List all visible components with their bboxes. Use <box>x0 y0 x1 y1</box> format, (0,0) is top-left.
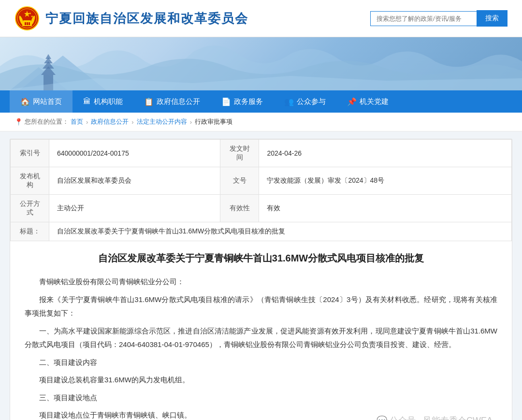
breadcrumb-home[interactable]: 首页 <box>71 117 83 126</box>
nav-party-building[interactable]: 📌 机关党建 <box>336 90 399 113</box>
article-content: 自治区发展改革委关于宁夏青铜峡牛首山31.6MW分散式风电项目核准的批复 青铜峡… <box>10 241 512 420</box>
document-info-table: 索引号 640000001/2024-00175 发文时间 2024-04-26… <box>10 139 512 241</box>
svg-rect-7 <box>25 22 26 25</box>
nav-home[interactable]: 🏠 网站首页 <box>10 90 72 113</box>
watermark: 💬 公众号 · 风能专委会CWEA <box>377 415 493 420</box>
svg-rect-8 <box>27 22 28 25</box>
main-content-card: 索引号 640000001/2024-00175 发文时间 2024-04-26… <box>10 139 512 420</box>
article-section-3: 三、项目建设地点 <box>25 391 497 405</box>
disclosure-value: 主动公开 <box>49 195 220 222</box>
publisher-value: 自治区发展和改革委员会 <box>49 167 220 195</box>
national-emblem <box>14 6 40 31</box>
doc-icon: 📄 <box>221 97 231 106</box>
breadcrumb-sep-1: › <box>86 118 88 126</box>
nav-gov-service[interactable]: 📄 政务服务 <box>211 90 274 113</box>
date-label: 发文时间 <box>220 140 259 167</box>
nav-info-disclosure[interactable]: 📋 政府信息公开 <box>133 90 211 113</box>
article-title: 自治区发展改革委关于宁夏青铜峡牛首山31.6MW分散式风电项目核准的批复 <box>25 251 497 265</box>
disclosure-label: 公开方式 <box>11 195 49 222</box>
nav-party-label: 机关党建 <box>360 97 389 106</box>
breadcrumb-legal[interactable]: 法定主动公开内容 <box>137 117 187 126</box>
svg-marker-16 <box>45 54 51 59</box>
validity-value: 有效 <box>259 195 512 222</box>
article-para-1: 报来《关于宁夏青铜峡牛首山31.6MW分散式风电项目核准的请示》（青铝青铜峡生技… <box>25 293 497 320</box>
article-para-2: 一、为高水平建设国家新能源综合示范区，推进自治区清洁能源产业发展，促进风能资源有… <box>25 324 497 352</box>
date-value: 2024-04-26 <box>259 140 512 167</box>
svg-rect-9 <box>29 22 30 25</box>
site-title: 宁夏回族自治区发展和改革委员会 <box>45 10 248 27</box>
breadcrumb: 📍 您所在的位置： 首页 › 政府信息公开 › 法定主动公开内容 › 行政审批事… <box>0 113 522 131</box>
watermark-icon: 💬 <box>377 416 387 420</box>
site-header: 宁夏回族自治区发展和改革委员会 搜索 <box>0 0 522 37</box>
search-button[interactable]: 搜索 <box>477 10 508 27</box>
breadcrumb-current: 行政审批事项 <box>195 117 232 126</box>
docnum-value: 宁发改能源（发展）审发〔2024〕48号 <box>259 167 512 195</box>
breadcrumb-sep-3: › <box>190 118 192 126</box>
search-input[interactable] <box>370 11 477 26</box>
svg-rect-6 <box>23 20 31 22</box>
index-value: 640000001/2024-00175 <box>49 140 220 167</box>
pin-icon: 📌 <box>347 97 357 106</box>
main-nav: 🏠 网站首页 🏛 机构职能 📋 政府信息公开 📄 政务服务 👥 公众参与 📌 机… <box>0 90 522 113</box>
article-para-3: 项目建设总装机容量31.6MW的风力发电机组。 <box>25 373 497 387</box>
article-wrapper: 自治区发展改革委关于宁夏青铜峡牛首山31.6MW分散式风电项目核准的批复 青铜峡… <box>10 241 512 420</box>
nav-functions-label: 机构职能 <box>94 97 123 106</box>
header-branding: 宁夏回族自治区发展和改革委员会 <box>14 6 248 31</box>
nav-public-participation[interactable]: 👥 公众参与 <box>274 90 336 113</box>
title-label: 标题： <box>11 222 49 241</box>
nav-info-label: 政府信息公开 <box>157 97 200 106</box>
publisher-label: 发布机构 <box>11 167 49 195</box>
article-section-2: 二、项目建设内容 <box>25 356 497 370</box>
breadcrumb-info[interactable]: 政府信息公开 <box>91 117 129 126</box>
table-row: 公开方式 主动公开 有效性 有效 <box>11 195 512 222</box>
table-row: 发布机构 自治区发展和改革委员会 文号 宁发改能源（发展）审发〔2024〕48号 <box>11 167 512 195</box>
nav-home-label: 网站首页 <box>33 97 62 106</box>
breadcrumb-prefix: 您所在的位置： <box>25 117 69 126</box>
banner-illustration <box>0 37 522 90</box>
table-row-title: 标题： 自治区发展改革委关于宁夏青铜峡牛首山31.6MW分散式风电项目核准的批复 <box>11 222 512 241</box>
people-icon: 👥 <box>284 97 294 106</box>
nav-participation-label: 公众参与 <box>297 97 326 106</box>
validity-label: 有效性 <box>220 195 259 222</box>
breadcrumb-sep-2: › <box>131 118 133 126</box>
search-area: 搜索 <box>370 10 508 27</box>
article-body: 青铜峡铝业股份有限公司青铜峡铝业分公司： 报来《关于宁夏青铜峡牛首山31.6MW… <box>25 275 497 420</box>
home-icon: 🏠 <box>20 97 30 106</box>
table-row: 索引号 640000001/2024-00175 发文时间 2024-04-26 <box>11 140 512 167</box>
docnum-label: 文号 <box>220 167 259 195</box>
doc-title-link[interactable]: 自治区发展改革委关于宁夏青铜峡牛首山31.6MW分散式风电项目核准的批复 <box>49 222 512 241</box>
location-icon: 📍 <box>14 118 23 126</box>
org-icon: 🏛 <box>83 97 91 106</box>
nav-functions[interactable]: 🏛 机构职能 <box>72 90 133 113</box>
index-label: 索引号 <box>11 140 49 167</box>
banner <box>0 37 522 90</box>
clipboard-icon: 📋 <box>144 97 154 106</box>
watermark-text: 公众号 · 风能专委会CWEA <box>390 416 493 420</box>
article-recipient: 青铜峡铝业股份有限公司青铜峡铝业分公司： <box>25 275 497 289</box>
nav-service-label: 政务服务 <box>234 97 263 106</box>
